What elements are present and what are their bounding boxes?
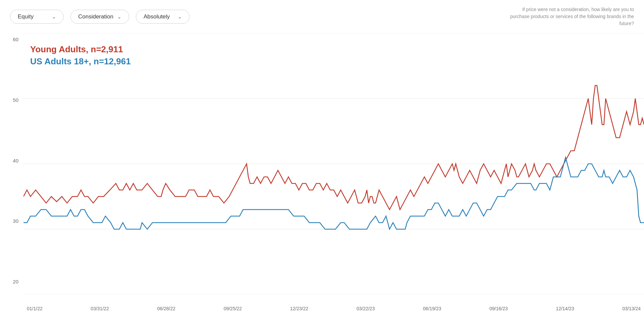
consideration-chevron-icon: ⌄ <box>117 14 121 19</box>
x-label-2: 06/28/22 <box>157 306 176 311</box>
x-label-9: 03/13/24 <box>622 306 641 311</box>
blue-line <box>23 157 644 230</box>
x-axis-labels: 01/1/22 03/31/22 06/28/22 09/25/22 12/23… <box>23 306 644 311</box>
equity-dropdown[interactable]: Equity ⌄ <box>10 10 64 24</box>
y-axis-labels: 60 50 40 30 20 <box>3 33 18 295</box>
y-label-60: 60 <box>3 37 18 42</box>
x-label-0: 01/1/22 <box>27 306 43 311</box>
x-label-1: 03/31/22 <box>91 306 109 311</box>
x-label-6: 06/19/23 <box>423 306 441 311</box>
consideration-label: Consideration <box>78 13 113 20</box>
equity-chevron-icon: ⌄ <box>52 14 56 19</box>
question-text: If price were not a consideration, how l… <box>506 6 634 27</box>
equity-label: Equity <box>18 13 34 20</box>
y-label-40: 40 <box>3 158 18 164</box>
red-line <box>23 85 644 210</box>
consideration-dropdown[interactable]: Consideration ⌄ <box>70 10 129 24</box>
x-label-5: 03/22/23 <box>357 306 375 311</box>
top-bar: Equity ⌄ Consideration ⌄ Absolutely ⌄ If… <box>0 0 644 33</box>
absolutely-dropdown[interactable]: Absolutely ⌄ <box>136 10 190 24</box>
y-label-50: 50 <box>3 97 18 103</box>
x-label-8: 12/14/23 <box>556 306 574 311</box>
absolutely-label: Absolutely <box>144 13 170 20</box>
x-label-7: 09/16/23 <box>489 306 508 311</box>
y-label-30: 30 <box>3 218 18 224</box>
x-label-3: 09/25/22 <box>224 306 242 311</box>
chart-svg <box>23 33 644 295</box>
y-label-20: 20 <box>3 279 18 284</box>
absolutely-chevron-icon: ⌄ <box>178 14 182 19</box>
chart-area: Young Adults, n=2,911 US Adults 18+, n=1… <box>0 33 644 321</box>
x-label-4: 12/23/22 <box>290 306 309 311</box>
